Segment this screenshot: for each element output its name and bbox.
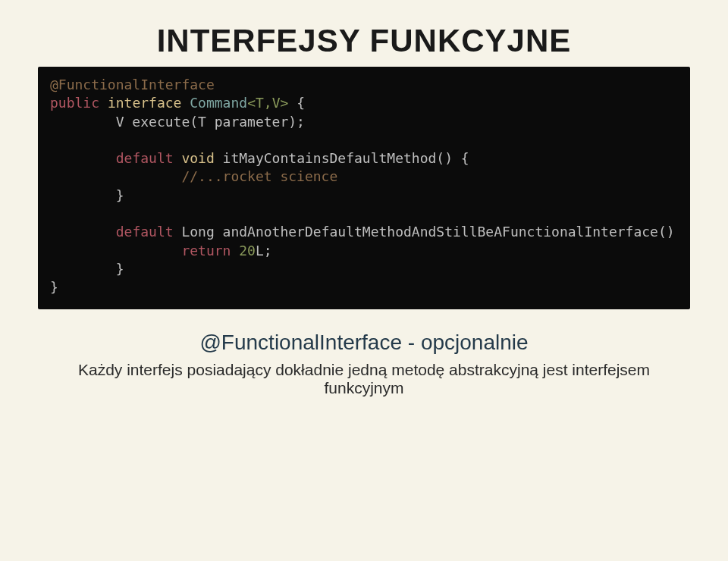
code-identifier: Command <box>190 95 247 111</box>
code-text <box>50 243 181 259</box>
slide-body-text: Każdy interfejs posiadający dokładnie je… <box>38 361 690 397</box>
code-number: 20 <box>239 243 256 259</box>
slide: INTERFEJSY FUNKCYJNE @FunctionalInterfac… <box>0 0 728 561</box>
code-text: itMayContainsDefaultMethod() { <box>215 150 469 166</box>
code-text: Long andAnotherDefaultMethodAndStillBeAF… <box>174 224 675 240</box>
code-text: } <box>50 261 124 277</box>
code-generic: <T,V> <box>247 95 288 111</box>
code-keyword: void <box>181 150 214 166</box>
slide-subtitle: @FunctionalInterface - opcjonalnie <box>38 331 690 355</box>
code-text: } <box>50 187 124 203</box>
code-text <box>50 150 116 166</box>
code-keyword: return <box>181 243 231 259</box>
code-text <box>174 150 182 166</box>
slide-title: INTERFEJSY FUNKCYJNE <box>38 23 690 59</box>
code-text: V execute(T parameter); <box>50 114 305 130</box>
code-keyword: interface <box>108 95 182 111</box>
code-comment: //...rocket science <box>181 168 337 184</box>
code-text: { <box>288 95 305 111</box>
code-text <box>231 243 239 259</box>
code-text <box>50 224 116 240</box>
code-keyword: public <box>50 95 99 111</box>
code-text: L; <box>256 243 272 259</box>
code-block: @FunctionalInterface public interface Co… <box>38 67 690 309</box>
code-annotation: @FunctionalInterface <box>50 77 215 92</box>
code-text: } <box>50 279 58 295</box>
code-keyword: default <box>116 150 174 166</box>
code-keyword: default <box>116 224 174 240</box>
code-text <box>50 168 181 184</box>
